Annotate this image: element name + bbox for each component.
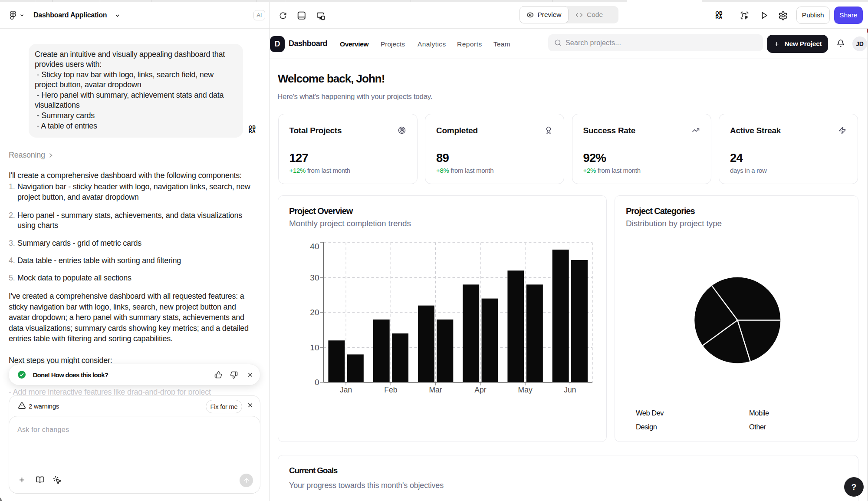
svg-text:Jan: Jan [340,386,352,394]
svg-text:Mar: Mar [429,386,442,394]
svg-text:May: May [518,386,533,394]
svg-text:Feb: Feb [384,386,397,394]
svg-text:30: 30 [310,273,319,282]
svg-text:20: 20 [310,308,319,317]
svg-text:40: 40 [310,242,319,251]
svg-text:Apr: Apr [474,386,486,394]
svg-text:10: 10 [310,343,319,352]
svg-text:Jun: Jun [564,386,576,394]
svg-text:0: 0 [315,378,319,387]
